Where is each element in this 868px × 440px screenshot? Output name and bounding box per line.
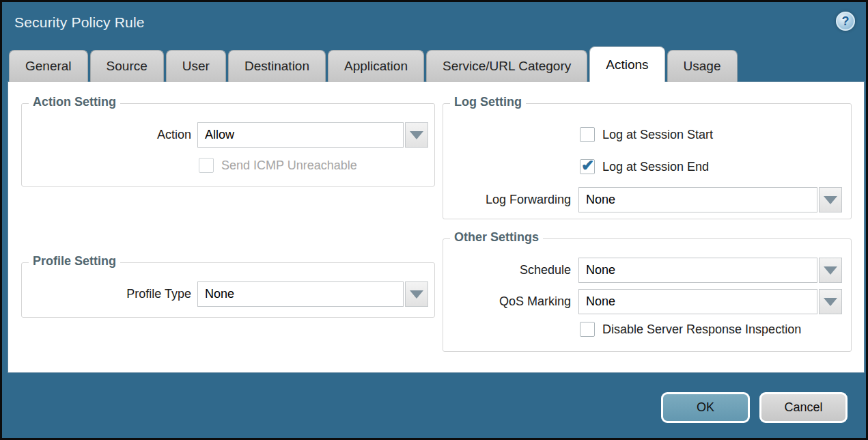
- profile-type-select-trigger[interactable]: [405, 281, 428, 307]
- log-session-start-row: Log at Session Start: [580, 127, 713, 142]
- send-icmp-label: Send ICMP Unreachable: [221, 159, 357, 173]
- chevron-down-icon: [824, 266, 837, 275]
- log-setting-group: Log Setting Log at Session Start Log at …: [443, 103, 852, 219]
- schedule-select-trigger[interactable]: [819, 258, 842, 283]
- send-icmp-row: Send ICMP Unreachable: [199, 158, 357, 173]
- tab-destination[interactable]: Destination: [228, 50, 326, 82]
- action-setting-legend: Action Setting: [29, 95, 120, 109]
- tab-source[interactable]: Source: [90, 50, 164, 82]
- profile-type-select-value[interactable]: None: [197, 281, 404, 307]
- other-settings-legend: Other Settings: [450, 230, 543, 245]
- action-label: Action: [22, 122, 191, 148]
- cancel-button[interactable]: Cancel: [759, 392, 848, 423]
- log-session-start-checkbox[interactable]: [580, 127, 595, 142]
- dsri-label: Disable Server Response Inspection: [602, 322, 801, 337]
- tab-bar: General Source User Destination Applicat…: [9, 46, 738, 82]
- log-session-start-label: Log at Session Start: [602, 128, 713, 142]
- action-select[interactable]: Allow: [197, 122, 428, 148]
- chevron-down-icon: [824, 298, 837, 306]
- log-setting-legend: Log Setting: [450, 95, 526, 109]
- send-icmp-checkbox: [199, 158, 214, 173]
- tab-user[interactable]: User: [166, 50, 226, 82]
- chevron-down-icon: [410, 290, 423, 299]
- log-session-end-checkbox[interactable]: [580, 159, 595, 174]
- profile-setting-legend: Profile Setting: [29, 254, 120, 269]
- profile-type-label: Profile Type: [22, 281, 191, 307]
- profile-type-select[interactable]: None: [197, 281, 428, 307]
- tab-usage[interactable]: Usage: [667, 50, 738, 82]
- schedule-select-value[interactable]: None: [578, 258, 817, 283]
- tab-application[interactable]: Application: [328, 50, 424, 82]
- log-forwarding-label: Log Forwarding: [443, 187, 571, 212]
- qos-marking-label: QoS Marking: [443, 289, 571, 314]
- log-forwarding-select-trigger[interactable]: [819, 187, 842, 212]
- action-setting-group: Action Setting Action Allow Send ICMP Un…: [21, 103, 435, 187]
- content-panel: Action Setting Action Allow Send ICMP Un…: [8, 82, 864, 372]
- chevron-down-icon: [824, 196, 837, 204]
- qos-marking-select-trigger[interactable]: [819, 289, 842, 314]
- profile-setting-group: Profile Setting Profile Type None: [21, 262, 435, 318]
- chevron-down-icon: [410, 131, 423, 139]
- log-forwarding-select[interactable]: None: [578, 187, 842, 212]
- schedule-select[interactable]: None: [578, 258, 842, 283]
- ok-button[interactable]: OK: [661, 392, 750, 423]
- qos-marking-select[interactable]: None: [578, 289, 842, 314]
- qos-marking-select-value[interactable]: None: [578, 289, 817, 314]
- action-select-value[interactable]: Allow: [197, 122, 404, 148]
- tab-service-url-category[interactable]: Service/URL Category: [426, 50, 587, 82]
- other-settings-group: Other Settings Schedule None QoS Marking…: [443, 238, 852, 352]
- dsri-row: Disable Server Response Inspection: [580, 322, 801, 337]
- tab-general[interactable]: General: [9, 50, 88, 82]
- help-icon[interactable]: ?: [836, 12, 855, 31]
- dsri-checkbox[interactable]: [580, 322, 595, 337]
- security-policy-rule-dialog: Security Policy Rule ? General Source Us…: [0, 0, 868, 440]
- log-session-end-label: Log at Session End: [602, 160, 709, 174]
- tab-actions[interactable]: Actions: [589, 46, 664, 82]
- dialog-title: Security Policy Rule: [14, 14, 145, 31]
- log-session-end-row: Log at Session End: [580, 159, 709, 174]
- log-forwarding-select-value[interactable]: None: [578, 187, 817, 212]
- schedule-label: Schedule: [443, 258, 571, 283]
- action-select-trigger[interactable]: [405, 122, 428, 148]
